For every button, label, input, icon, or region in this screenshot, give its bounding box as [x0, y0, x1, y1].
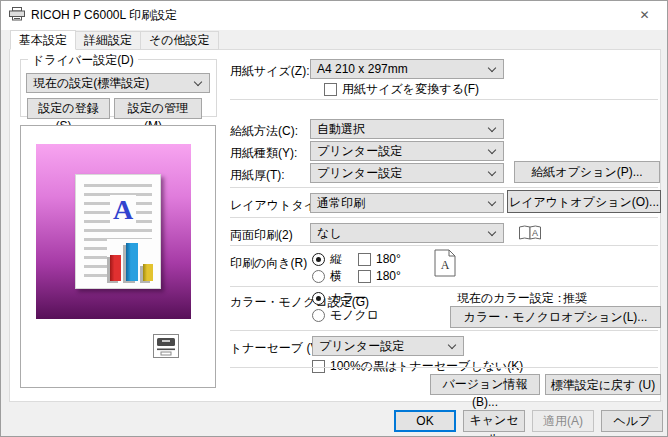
chevron-down-icon — [488, 64, 496, 72]
restore-defaults-button[interactable]: 標準設定に戻す (U) — [545, 374, 661, 395]
tab-advanced-settings[interactable]: 詳細設定 — [75, 31, 141, 50]
duplex-book-icon: A — [518, 224, 542, 244]
preview-bar-red — [110, 255, 121, 281]
layout-options-button[interactable]: レイアウトオプション(O)... — [507, 190, 661, 213]
chevron-down-icon — [448, 341, 456, 349]
radio-selected — [312, 292, 325, 305]
duplex-label: 両面印刷(2) — [230, 225, 293, 245]
paper-size-value: A4 210 x 297mm — [317, 62, 408, 76]
paper-tray-icon — [153, 334, 179, 361]
preview-bar-chart — [107, 239, 157, 283]
color-option-label: カラー — [330, 290, 367, 307]
paper-type-select[interactable]: プリンター設定 — [310, 141, 504, 161]
preview-bar-blue — [126, 243, 138, 281]
orientation-page-icon: A — [434, 249, 456, 280]
portrait-label: 縦 — [330, 251, 342, 268]
titlebar: RICOH P C6000L 印刷設定 ✕ — [1, 1, 667, 30]
radio-unselected — [312, 270, 325, 283]
toner-save-label: トナーセーブ (V) — [230, 338, 322, 358]
duplex-value: なし — [317, 226, 342, 240]
paper-thickness-select[interactable]: プリンター設定 — [310, 163, 504, 183]
duplex-icon-letter: A — [532, 228, 538, 238]
paper-size-select[interactable]: A4 210 x 297mm — [310, 59, 504, 79]
monochrome-radio[interactable]: モノクロ — [312, 308, 379, 322]
apply-button[interactable]: 適用(A) — [532, 410, 594, 432]
paper-size-label: 用紙サイズ(Z): — [230, 61, 310, 81]
driver-settings-group-label: ドライバー設定(D) — [28, 52, 138, 69]
separator — [230, 286, 658, 287]
driver-preset-select[interactable]: 現在の設定(標準設定) — [26, 73, 210, 93]
rotate180-label: 180° — [376, 269, 401, 283]
separator — [230, 217, 658, 218]
help-button[interactable]: ヘルプ — [601, 410, 663, 432]
paper-type-label: 用紙種類(Y): — [230, 143, 297, 163]
version-info-button[interactable]: バージョン情報(B)... — [430, 374, 540, 395]
checkbox-box — [358, 253, 371, 266]
basic-settings-page: ドライバー設定(D) 現在の設定(標準設定) 設定の登録(S)... 設定の管理… — [9, 49, 661, 402]
separator — [230, 330, 658, 331]
paper-thickness-value: プリンター設定 — [317, 166, 402, 180]
toner-save-black-checkbox[interactable]: 100%の黒はトナーセーブしない(K) — [312, 359, 523, 373]
checkbox-box — [358, 270, 371, 283]
color-mono-options-button[interactable]: カラー・モノクロオプション(L)... — [450, 306, 661, 328]
chevron-down-icon — [488, 228, 496, 236]
landscape-radio[interactable]: 横 — [312, 269, 342, 283]
paper-source-value: 自動選択 — [317, 122, 365, 136]
separator — [230, 187, 658, 188]
chevron-down-icon — [488, 168, 496, 176]
checkbox-box — [324, 83, 337, 96]
orientation-icon-letter: A — [441, 258, 450, 272]
landscape-label: 横 — [330, 268, 342, 285]
portrait-radio[interactable]: 縦 — [312, 252, 342, 266]
orientation-label: 印刷の向き(R) — [230, 253, 307, 273]
chevron-down-icon — [194, 78, 202, 86]
chevron-down-icon — [488, 146, 496, 154]
current-color-setting-label: 現在のカラー設定： — [457, 290, 566, 306]
layout-type-value: 通常印刷 — [317, 196, 365, 210]
tab-basic-settings[interactable]: 基本設定 — [10, 30, 76, 50]
rotate180-label: 180° — [376, 252, 401, 266]
manage-settings-button[interactable]: 設定の管理(M)... — [114, 98, 202, 119]
checkbox-box — [312, 360, 325, 373]
convert-paper-size-checkbox[interactable]: 用紙サイズを変換する(F) — [324, 82, 479, 96]
radio-selected — [312, 253, 325, 266]
layout-type-select[interactable]: 通常印刷 — [310, 193, 504, 213]
rotate180-landscape-checkbox[interactable]: 180° — [358, 269, 401, 283]
toner-save-value: プリンター設定 — [319, 339, 404, 353]
preview-background: A — [36, 144, 191, 319]
tab-strip: 基本設定 詳細設定 その他設定 — [10, 31, 218, 50]
toner-save-select[interactable]: プリンター設定 — [312, 336, 464, 356]
current-color-setting-value: 推奨 — [563, 290, 587, 306]
separator — [230, 367, 658, 368]
mono-option-label: モノクロ — [330, 307, 379, 324]
chevron-down-icon — [488, 124, 496, 132]
separator — [230, 245, 658, 246]
cancel-button[interactable]: キャンセル — [463, 410, 525, 432]
print-settings-dialog: RICOH P C6000L 印刷設定 ✕ 基本設定 詳細設定 その他設定 ドラ… — [0, 0, 668, 437]
preview-letter: A — [110, 195, 136, 225]
register-settings-button[interactable]: 設定の登録(S)... — [27, 98, 110, 119]
ok-button[interactable]: OK — [394, 410, 456, 432]
preview-bar-yellow — [143, 264, 153, 281]
printer-icon — [9, 7, 25, 24]
chevron-down-icon — [488, 198, 496, 206]
duplex-select[interactable]: なし — [310, 223, 504, 243]
paper-source-select[interactable]: 自動選択 — [310, 119, 504, 139]
close-icon[interactable]: ✕ — [622, 1, 667, 29]
driver-preset-value: 現在の設定(標準設定) — [33, 76, 149, 90]
separator — [230, 99, 658, 100]
rotate180-portrait-checkbox[interactable]: 180° — [358, 252, 401, 266]
paper-feed-options-button[interactable]: 給紙オプション(P)... — [514, 161, 660, 183]
toner-save-black-label: 100%の黒はトナーセーブしない(K) — [330, 358, 523, 375]
paper-source-label: 給紙方法(C): — [230, 121, 298, 141]
paper-thickness-label: 用紙厚(T): — [230, 165, 285, 185]
tab-other-settings[interactable]: その他設定 — [140, 31, 219, 50]
paper-type-value: プリンター設定 — [317, 144, 402, 158]
preview-document-page: A — [75, 174, 161, 289]
print-preview-panel: A — [20, 125, 216, 388]
convert-paper-size-label: 用紙サイズを変換する(F) — [342, 81, 479, 98]
window-title: RICOH P C6000L 印刷設定 — [31, 7, 177, 24]
radio-unselected — [312, 309, 325, 322]
color-radio[interactable]: カラー — [312, 291, 367, 305]
